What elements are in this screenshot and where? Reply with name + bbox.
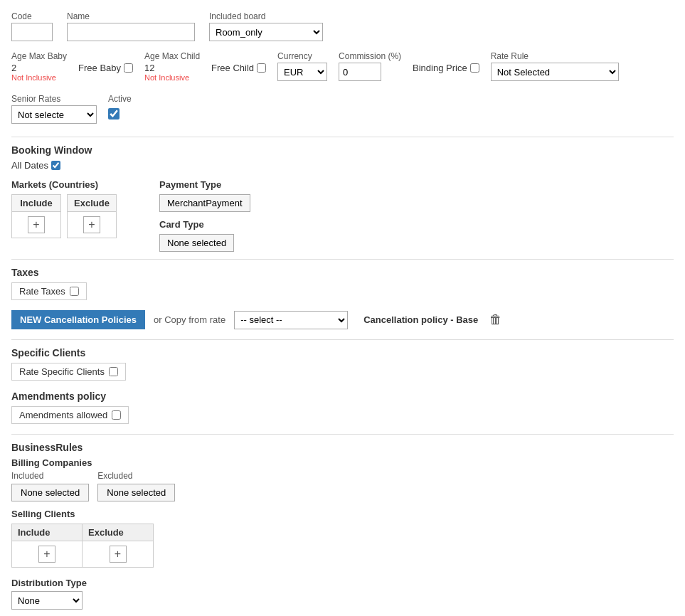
merchant-payment-button[interactable]: MerchantPayment <box>159 194 250 212</box>
all-dates-row: All Dates <box>11 160 674 171</box>
exclude-box: Exclude + <box>67 194 117 238</box>
rate-specific-text: Rate Specific Clients <box>19 366 105 377</box>
amendments-allowed-checkbox[interactable] <box>112 410 121 420</box>
billing-included-none-selected-button[interactable]: None selected <box>11 484 89 501</box>
all-dates-text: All Dates <box>11 160 48 171</box>
free-child-field: Free Child <box>211 63 266 73</box>
card-type-title: Card Type <box>159 219 250 230</box>
binding-price-checkbox[interactable] <box>470 63 479 73</box>
amendments-allowed-text: Amendments allowed <box>19 410 107 420</box>
business-rules-section: BusinessRules Billing Companies Included… <box>11 442 674 568</box>
billing-companies-title: Billing Companies <box>11 457 674 468</box>
age-max-baby-label: Age Max Baby <box>11 51 67 61</box>
exclude-header: Exclude <box>68 195 116 212</box>
include-exclude-container: Include + Exclude + <box>11 194 117 238</box>
included-board-label: Included board <box>209 11 323 21</box>
include-box: Include + <box>11 194 61 238</box>
code-label: Code <box>11 11 53 21</box>
selling-include-body: + <box>12 541 82 567</box>
booking-window-section: Booking Window All Dates <box>11 144 674 171</box>
senior-rates-label: Senior Rates <box>11 94 97 104</box>
name-input[interactable] <box>67 23 195 41</box>
rate-rule-field: Rate Rule Not Selected Option1 Option2 <box>491 51 619 81</box>
all-dates-checkbox[interactable] <box>51 161 60 170</box>
age-max-child-label: Age Max Child <box>144 51 200 61</box>
currency-field: Currency EUR USD GBP <box>277 51 327 81</box>
name-label: Name <box>67 11 195 21</box>
included-board-field: Included board Room_only Breakfast Half … <box>209 11 323 41</box>
currency-select[interactable]: EUR USD GBP <box>277 63 327 81</box>
rate-specific-checkbox[interactable] <box>109 367 118 376</box>
active-field: Active <box>108 94 132 120</box>
selling-exclude-body: + <box>83 541 153 567</box>
specific-clients-section: Specific Clients Rate Specific Clients <box>11 347 674 381</box>
amendments-title: Amendments policy <box>11 391 674 402</box>
amendments-allowed-row: Amendments allowed <box>11 406 674 424</box>
distribution-type-select[interactable]: None Option1 Option2 <box>11 591 83 610</box>
selling-include-add-button[interactable]: + <box>38 546 55 563</box>
age-max-child-value: 12 <box>144 63 200 73</box>
commission-label: Commission (%) <box>339 51 401 61</box>
name-field: Name <box>67 11 195 41</box>
billing-excluded-none-selected-button[interactable]: None selected <box>97 484 175 501</box>
active-checkbox[interactable] <box>108 108 120 120</box>
binding-price-field: Binding Price <box>413 63 479 73</box>
rate-specific-label[interactable]: Rate Specific Clients <box>11 363 126 381</box>
rate-rule-select[interactable]: Not Selected Option1 Option2 <box>491 63 619 81</box>
selling-clients-subsection: Selling Clients Include + Exclude + <box>11 509 674 568</box>
senior-rates-select[interactable]: Not selecte Option1 Option2 <box>11 105 97 124</box>
binding-price-label[interactable]: Binding Price <box>413 63 479 73</box>
included-board-select[interactable]: Room_only Breakfast Half Board Full Boar… <box>209 23 323 41</box>
code-field: Code <box>11 11 53 41</box>
billing-excluded-label: Excluded <box>97 471 175 481</box>
amendments-section: Amendments policy Amendments allowed <box>11 391 674 424</box>
code-input[interactable] <box>11 23 53 41</box>
distribution-type-section: Distribution Type None Option1 Option2 <box>11 578 674 610</box>
copy-from-rate-select[interactable]: -- select -- <box>234 311 348 329</box>
booking-window-title: Booking Window <box>11 144 674 156</box>
billing-included-label: Included <box>11 471 89 481</box>
payment-type-section: Payment Type MerchantPayment Card Type N… <box>159 179 250 252</box>
rate-specific-row: Rate Specific Clients <box>11 363 674 381</box>
billing-excluded-col: Excluded None selected <box>97 471 175 501</box>
age-max-child-field: Age Max Child 12 Not Inclusive <box>144 51 200 83</box>
exclude-body: + <box>68 212 116 238</box>
not-inclusive-child: Not Inclusive <box>144 73 200 83</box>
exclude-add-button[interactable]: + <box>83 216 100 233</box>
selling-inc-exc: Include + Exclude + <box>11 524 674 568</box>
taxes-section: Taxes Rate Taxes <box>11 267 674 300</box>
free-child-checkbox[interactable] <box>257 63 266 73</box>
free-baby-checkbox[interactable] <box>124 63 133 73</box>
senior-rates-field: Senior Rates Not selecte Option1 Option2 <box>11 94 97 124</box>
age-max-baby-value: 2 <box>11 63 67 73</box>
include-add-button[interactable]: + <box>28 216 45 233</box>
include-header: Include <box>12 195 60 212</box>
all-dates-label[interactable]: All Dates <box>11 160 60 171</box>
free-baby-field: Free Baby <box>78 63 133 73</box>
free-child-label[interactable]: Free Child <box>211 63 266 73</box>
free-baby-label[interactable]: Free Baby <box>78 63 133 73</box>
rate-taxes-checkbox[interactable] <box>70 287 79 296</box>
selling-include-header: Include <box>12 524 82 541</box>
specific-clients-title: Specific Clients <box>11 347 674 359</box>
rate-rule-label: Rate Rule <box>491 51 619 61</box>
billing-companies-subsection: Billing Companies Included None selected… <box>11 457 674 501</box>
billing-included-col: Included None selected <box>11 471 89 501</box>
rate-taxes-label[interactable]: Rate Taxes <box>11 282 87 300</box>
cancellation-policy-label: Cancellation policy - Base <box>363 314 478 325</box>
card-type-none-selected-button[interactable]: None selected <box>159 234 234 252</box>
amendments-label[interactable]: Amendments allowed <box>11 406 129 424</box>
selling-clients-title: Selling Clients <box>11 509 674 519</box>
new-cancellation-button[interactable]: NEW Cancellation Policies <box>11 310 145 329</box>
trash-icon[interactable]: 🗑 <box>489 312 502 327</box>
selling-exclude-add-button[interactable]: + <box>110 546 127 563</box>
taxes-title: Taxes <box>11 267 674 278</box>
business-rules-title: BusinessRules <box>11 442 674 453</box>
include-body: + <box>12 212 60 238</box>
markets-section: Markets (Countries) Include + Exclude + <box>11 179 117 238</box>
commission-field: Commission (%) <box>339 51 401 81</box>
commission-input[interactable] <box>339 63 381 81</box>
payment-type-title: Payment Type <box>159 179 250 190</box>
currency-label: Currency <box>277 51 327 61</box>
rate-taxes-row: Rate Taxes <box>11 282 674 300</box>
